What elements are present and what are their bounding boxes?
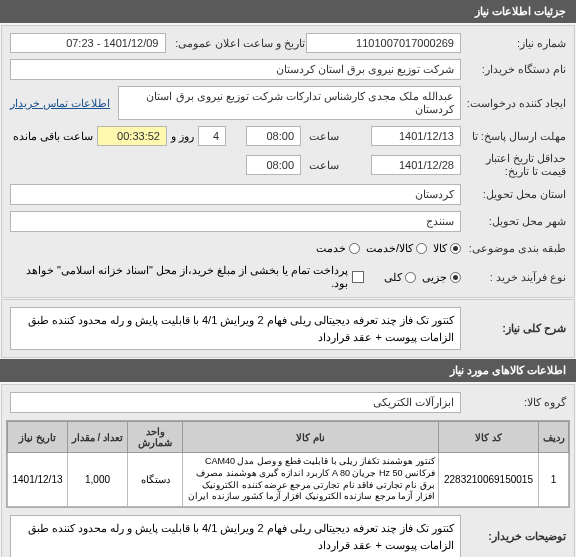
day-label: روز و <box>167 130 198 143</box>
province-value: کردستان <box>10 184 461 205</box>
buyer-notes-label: توضیحات خریدار: <box>461 530 566 543</box>
deadline-date: 1401/12/13 <box>371 126 461 146</box>
buyer-value: شرکت توزیع نیروی برق استان کردستان <box>10 59 461 80</box>
credit-time: 08:00 <box>246 155 301 175</box>
credit-label: حداقل تاریخ اعتبار قیمت تا تاریخ: <box>461 152 566 178</box>
requester-value: عبدالله ملک مجدی کارشناس تدارکات شرکت تو… <box>118 86 461 120</box>
city-value: سنندج <box>10 211 461 232</box>
goods-section: گروه کالا: ابزارآلات الکتریکی ردیف کد کا… <box>1 384 575 557</box>
details-section: شماره نیاز: 1101007017000269 تاریخ و ساع… <box>1 25 575 298</box>
col-unit: واحد شمارش <box>128 422 183 453</box>
col-idx: ردیف <box>539 422 569 453</box>
cell-qty: 1,000 <box>68 453 128 507</box>
radio-full[interactable]: کلی <box>384 271 416 284</box>
payment-checkbox[interactable] <box>352 271 364 283</box>
col-qty: تعداد / مقدار <box>68 422 128 453</box>
col-code: کد کالا <box>439 422 539 453</box>
city-label: شهر محل تحویل: <box>461 215 566 228</box>
need-no-label: شماره نیاز: <box>461 37 566 50</box>
group-label: گروه کالا: <box>461 396 566 409</box>
remaining-label: ساعت باقی مانده <box>13 130 97 143</box>
radio-service[interactable]: کالا/خدمت <box>366 242 427 255</box>
radio-kala[interactable]: کالا <box>433 242 461 255</box>
buyer-label: نام دستگاه خریدار: <box>461 63 566 76</box>
radio-circle-icon <box>450 272 461 283</box>
table-row: 1 2283210069150015 کنتور هوشمند تکفاز ری… <box>8 453 569 507</box>
radio-circle-icon <box>416 243 427 254</box>
need-desc-label: شرح کلی نیاز: <box>461 322 566 335</box>
deadline-time: 08:00 <box>246 126 301 146</box>
cell-unit: دستگاه <box>128 453 183 507</box>
need-desc-section: شرح کلی نیاز: کنتور تک فاز چند تعرفه دیج… <box>1 299 575 358</box>
process-label: نوع فرآیند خرید : <box>461 271 566 284</box>
need-desc-text: کنتور تک فاز چند تعرفه دیجیتالی ریلی فها… <box>10 307 461 350</box>
need-no-value: 1101007017000269 <box>306 33 462 53</box>
process-radio-group: جزیی کلی <box>384 271 461 284</box>
cell-name: کنتور هوشمند تکفاز ریلی با قابلیت قطع و … <box>183 453 439 507</box>
radio-circle-icon <box>405 272 416 283</box>
contact-link[interactable]: اطلاعات تماس خریدار <box>10 97 110 110</box>
cell-code: 2283210069150015 <box>439 453 539 507</box>
time-label-1: ساعت <box>301 130 371 143</box>
time-label-2: ساعت <box>301 159 371 172</box>
category-radio-group: کالا کالا/خدمت خدمت <box>316 242 461 255</box>
col-name: نام کالا <box>183 422 439 453</box>
goods-header: اطلاعات کالاهای مورد نیاز <box>0 359 576 382</box>
category-label: طبقه بندی موضوعی: <box>461 242 566 255</box>
buyer-notes-text: کنتور تک فاز چند تعرفه دیجیتالی ریلی فها… <box>10 515 461 557</box>
radio-partial[interactable]: جزیی <box>422 271 461 284</box>
requester-label: ایجاد کننده درخواست: <box>461 97 566 110</box>
announce-value: 1401/12/09 - 07:23 <box>10 33 166 53</box>
goods-table: ردیف کد کالا نام کالا واحد شمارش تعداد /… <box>7 421 569 507</box>
days-value: 4 <box>198 126 226 146</box>
col-date: تاریخ نیاز <box>8 422 68 453</box>
announce-label: تاریخ و ساعت اعلان عمومی: <box>166 37 306 50</box>
province-label: استان محل تحویل: <box>461 188 566 201</box>
payment-hint: پرداخت تمام یا بخشی از مبلغ خرید،از محل … <box>10 264 348 290</box>
goods-table-container: ردیف کد کالا نام کالا واحد شمارش تعداد /… <box>6 420 570 508</box>
cell-date: 1401/12/13 <box>8 453 68 507</box>
deadline-label: مهلت ارسال پاسخ: تا <box>461 130 566 143</box>
radio-circle-icon <box>450 243 461 254</box>
table-header-row: ردیف کد کالا نام کالا واحد شمارش تعداد /… <box>8 422 569 453</box>
page-title: جزئیات اطلاعات نیاز <box>0 0 576 23</box>
group-value: ابزارآلات الکتریکی <box>10 392 461 413</box>
cell-idx: 1 <box>539 453 569 507</box>
radio-circle-icon <box>349 243 360 254</box>
remaining-time: 00:33:52 <box>97 126 167 146</box>
credit-date: 1401/12/28 <box>371 155 461 175</box>
radio-type[interactable]: خدمت <box>316 242 360 255</box>
